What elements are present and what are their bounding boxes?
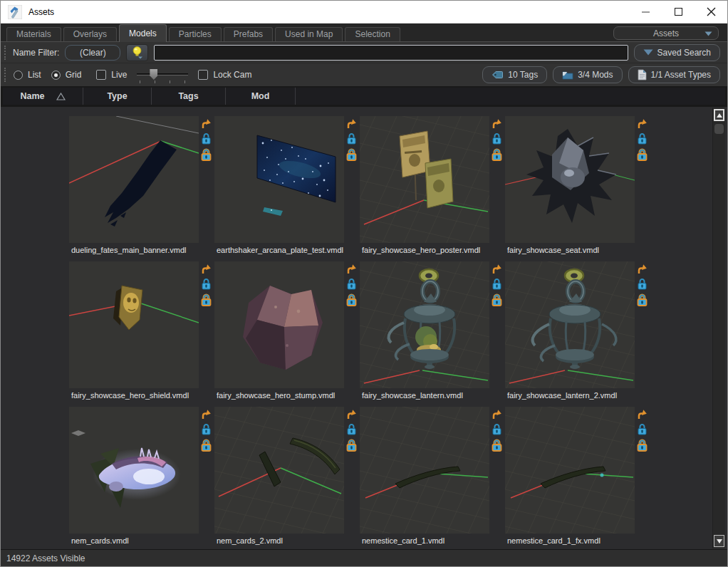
lock-cam-checkbox[interactable]: Lock Cam — [198, 70, 251, 80]
external-link-arrow-icon[interactable] — [201, 118, 212, 129]
tab-materials[interactable]: Materials — [6, 27, 61, 41]
column-header-type[interactable]: Type — [83, 88, 152, 105]
lock-selected-icon[interactable] — [492, 293, 502, 306]
asset-tile-fairy-showcase-hero-shield-vmdl[interactable]: fairy_showcase_hero_shield.vmdl — [69, 261, 214, 407]
asset-tile-nemestice-card-1-vmdl[interactable]: nemestice_card_1.vmdl — [360, 407, 505, 549]
asset-badges — [489, 407, 504, 534]
tab-selection[interactable]: Selection — [345, 27, 400, 41]
lock-icon[interactable] — [492, 423, 501, 435]
asset-type-dropdown[interactable]: Assets — [613, 26, 719, 40]
lock-selected-icon[interactable] — [346, 293, 357, 306]
1-1-asset-types-button[interactable]: 1/1 Asset Types — [628, 66, 721, 83]
asset-tile-nem-cards-2-vmdl[interactable]: nem_cards_2.vmdl — [214, 407, 360, 549]
external-link-arrow-icon[interactable] — [637, 118, 648, 129]
lock-selected-icon[interactable] — [201, 439, 212, 452]
close-button[interactable] — [695, 1, 727, 23]
name-filter-input[interactable] — [154, 45, 628, 61]
external-link-arrow-icon[interactable] — [492, 408, 502, 420]
tag-icon — [492, 70, 504, 80]
lock-selected-icon[interactable] — [201, 293, 212, 306]
asset-tile-fairy-showcase-lantern-vmdl[interactable]: fairy_showcase_lantern.vmdl — [360, 261, 505, 407]
tab-used-in-map[interactable]: Used in Map — [275, 27, 343, 41]
filter-history-button[interactable] — [126, 44, 148, 61]
lock-selected-icon[interactable] — [492, 148, 502, 161]
saved-search-button[interactable]: Saved Search — [634, 44, 720, 61]
tab-overlays[interactable]: Overlays — [63, 27, 117, 41]
maximize-button[interactable] — [662, 1, 695, 23]
asset-thumbnail[interactable] — [214, 116, 344, 243]
lock-icon[interactable] — [347, 423, 356, 435]
lock-icon[interactable] — [492, 132, 501, 145]
live-checkbox[interactable]: Live — [96, 70, 127, 80]
minimize-button[interactable] — [629, 1, 662, 23]
external-link-arrow-icon[interactable] — [637, 408, 648, 420]
lock-selected-icon[interactable] — [346, 148, 357, 161]
10-tags-button[interactable]: 10 Tags — [482, 66, 547, 83]
vertical-scrollbar[interactable] — [712, 108, 725, 548]
asset-tile-nem-cards-vmdl[interactable]: nem_cards.vmdl — [69, 407, 214, 549]
tab-prefabs[interactable]: Prefabs — [224, 27, 273, 41]
external-link-arrow-icon[interactable] — [201, 408, 212, 420]
asset-thumbnail[interactable] — [505, 407, 635, 534]
lock-selected-icon[interactable] — [201, 148, 212, 161]
external-link-arrow-icon[interactable] — [201, 263, 212, 274]
asset-thumbnail[interactable] — [360, 407, 489, 534]
external-link-arrow-icon[interactable] — [492, 263, 502, 274]
column-header-tags[interactable]: Tags — [152, 88, 226, 105]
asset-tile-fairy-showcase-hero-poster-vmdl[interactable]: fairy_showcase_hero_poster.vmdl — [360, 116, 505, 261]
asset-thumbnail[interactable] — [505, 116, 635, 243]
lock-icon[interactable] — [347, 132, 356, 145]
lock-selected-icon[interactable] — [637, 148, 648, 161]
asset-thumbnail[interactable] — [69, 116, 199, 243]
external-link-arrow-icon[interactable] — [637, 263, 648, 274]
grid-radio[interactable]: Grid — [51, 70, 82, 80]
tab-strip: MaterialsOverlaysModelsParticlesPrefabsU… — [6, 24, 402, 41]
asset-tile-nemestice-card-1-fx-vmdl[interactable]: nemestice_card_1_fx.vmdl — [505, 407, 650, 549]
asset-tile-fairy-showcase-hero-stump-vmdl[interactable]: fairy_showcase_hero_stump.vmdl — [214, 261, 360, 407]
asset-thumbnail[interactable] — [69, 407, 199, 534]
scroll-up-button[interactable] — [714, 109, 724, 121]
external-link-arrow-icon[interactable] — [492, 118, 502, 129]
tab-models[interactable]: Models — [119, 24, 167, 42]
thumbnail-size-slider-handle[interactable] — [150, 69, 157, 80]
scroll-down-button[interactable] — [714, 535, 724, 547]
asset-thumbnail[interactable] — [214, 261, 344, 388]
list-radio[interactable]: List — [14, 70, 41, 80]
asset-thumbnail[interactable] — [69, 261, 199, 388]
lock-icon[interactable] — [638, 132, 647, 145]
asset-badges — [344, 261, 358, 388]
asset-tile-fairy-showcase-seat-vmdl[interactable]: fairy_showcase_seat.vmdl — [505, 116, 650, 261]
asset-thumbnail[interactable] — [505, 261, 635, 388]
lock-icon[interactable] — [492, 278, 501, 290]
lock-icon[interactable] — [202, 423, 211, 435]
asset-badges — [199, 407, 213, 534]
asset-tile-earthshaker-arcana-plate-test-vmdl[interactable]: earthshaker_arcana_plate_test.vmdl — [214, 116, 360, 261]
lock-selected-icon[interactable] — [492, 439, 502, 452]
lock-icon[interactable] — [202, 278, 211, 290]
asset-thumbnail[interactable] — [214, 407, 344, 534]
asset-tile-fairy-showcase-lantern-2-vmdl[interactable]: fairy_showcase_lantern_2.vmdl — [505, 261, 650, 407]
thumbnail-size-slider[interactable] — [137, 67, 188, 83]
3-4-mods-button[interactable]: 3/4 Mods — [553, 66, 622, 83]
external-link-arrow-icon[interactable] — [346, 118, 357, 129]
lock-icon[interactable] — [638, 278, 647, 290]
title-bar[interactable]: Assets — [1, 1, 727, 24]
lock-selected-icon[interactable] — [346, 439, 357, 452]
external-link-arrow-icon[interactable] — [346, 263, 357, 274]
lock-icon[interactable] — [638, 423, 647, 435]
lock-icon[interactable] — [347, 278, 356, 290]
lock-selected-icon[interactable] — [637, 439, 648, 452]
scrollbar-thumb[interactable] — [714, 124, 724, 134]
column-header-mod[interactable]: Mod — [226, 88, 296, 105]
column-header-name[interactable]: Name — [3, 88, 83, 105]
toolbar-grip[interactable] — [4, 46, 7, 60]
tab-particles[interactable]: Particles — [169, 27, 222, 41]
asset-thumbnail[interactable] — [360, 261, 489, 388]
lock-icon[interactable] — [202, 132, 211, 145]
clear-filter-button[interactable]: (Clear) — [65, 45, 120, 61]
asset-thumbnail[interactable] — [360, 116, 489, 243]
asset-tile-dueling-fates-main-banner-vmdl[interactable]: dueling_fates_main_banner.vmdl — [69, 116, 214, 261]
toolbar-grip[interactable] — [4, 68, 7, 82]
external-link-arrow-icon[interactable] — [346, 408, 357, 420]
lock-selected-icon[interactable] — [637, 293, 648, 306]
